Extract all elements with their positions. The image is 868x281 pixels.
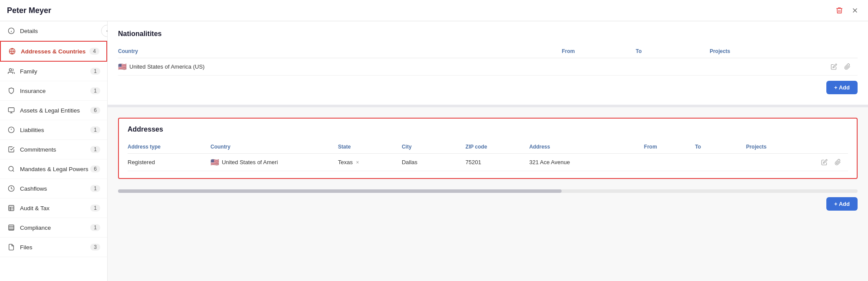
attach-address-button[interactable] (833, 158, 843, 166)
nationalities-table: Country From To Projects 🇺🇸 (118, 45, 858, 76)
address-country-cell: 🇺🇸 United States of Ameri (210, 154, 338, 171)
sidebar-item-mandates[interactable]: Mandates & Legal Powers 6 (0, 159, 107, 179)
edit-address-button[interactable] (819, 158, 829, 166)
row-actions-cell (784, 58, 858, 76)
sidebar-item-badge: 1 (90, 185, 100, 192)
sidebar-item-badge: 1 (90, 224, 100, 231)
sidebar-item-badge: 6 (90, 165, 100, 172)
svg-point-14 (9, 166, 13, 171)
col-address-to: To (695, 140, 746, 154)
sidebar-item-assets-legal[interactable]: Assets & Legal Entities 6 (0, 101, 107, 120)
clear-state-button[interactable]: × (354, 159, 361, 165)
addresses-title: Addresses (128, 126, 848, 133)
col-to: To (636, 45, 710, 58)
country-name: United States of America (US) (129, 63, 204, 70)
globe-icon (8, 47, 16, 56)
addresses-section: Addresses Address type Country State Cit… (118, 118, 858, 179)
address-type: Registered (128, 154, 210, 171)
title-bar: Peter Meyer (0, 0, 868, 21)
sidebar-item-badge: 1 (90, 126, 100, 133)
nationality-from (562, 58, 635, 76)
sidebar-item-family[interactable]: Family 1 (0, 62, 107, 81)
close-button[interactable] (849, 4, 861, 17)
col-address-type: Address type (128, 140, 210, 154)
sidebar-item-badge: 3 (90, 244, 100, 251)
col-projects: Projects (710, 45, 783, 58)
sidebar-item-badge: 1 (90, 68, 100, 75)
flag-icon: 🇺🇸 (118, 63, 127, 71)
sidebar-item-label: Cashflows (20, 185, 90, 192)
sidebar-item-label: Family (20, 68, 90, 75)
col-address-country: Country (210, 140, 338, 154)
sidebar-item-commitments[interactable]: Commitments 1 (0, 140, 107, 159)
sidebar-item-label: Assets & Legal Entities (20, 107, 90, 114)
col-country: Country (118, 45, 562, 58)
insurance-icon (7, 86, 16, 95)
col-address-city: City (402, 140, 466, 154)
sidebar-item-label: Mandates & Legal Powers (20, 166, 90, 172)
addr-row-actions-cell (797, 154, 848, 171)
sidebar-item-badge: 1 (90, 87, 100, 94)
address-to (695, 154, 746, 171)
sidebar-item-label: Commitments (20, 146, 90, 153)
sidebar-item-badge: 1 (90, 205, 100, 212)
attach-button[interactable] (842, 63, 852, 71)
addresses-table: Address type Country State City ZIP code… (128, 140, 848, 171)
svg-line-15 (13, 170, 14, 172)
window-title: Peter Meyer (7, 6, 51, 15)
bottom-bar: + Add (108, 193, 868, 215)
addresses-outer: Addresses Address type Country State Cit… (108, 107, 868, 189)
nationalities-footer: + Add (118, 76, 858, 96)
sidebar-item-label: Audit & Tax (20, 205, 90, 212)
audit-icon (7, 204, 16, 212)
svg-rect-17 (9, 205, 14, 211)
address-projects (746, 154, 797, 171)
cashflows-icon (7, 184, 16, 193)
nationality-projects (710, 58, 783, 76)
address-city: Dallas (402, 154, 466, 171)
flag-icon: 🇺🇸 (210, 158, 219, 166)
scrollbar-thumb (118, 189, 562, 193)
sidebar-item-insurance[interactable]: Insurance 1 (0, 81, 107, 101)
sidebar-item-label: Compliance (20, 225, 90, 231)
main-content: Nationalitites Country From To Projects (108, 21, 868, 281)
sidebar-item-cashflows[interactable]: Cashflows 1 (0, 179, 107, 198)
horizontal-scrollbar[interactable] (118, 189, 858, 193)
address-state-cell: Texas × (338, 154, 402, 171)
col-address-projects: Projects (746, 140, 797, 154)
liabilities-icon (7, 126, 16, 134)
sidebar: ‹ Details Addresses & Countries 4 (0, 21, 108, 281)
nationality-country-cell: 🇺🇸 United States of America (US) (118, 58, 562, 76)
sidebar-item-addresses-countries[interactable]: Addresses & Countries 4 (0, 41, 107, 62)
col-address-zip: ZIP code (466, 140, 529, 154)
address-country-name: United States of Ameri (222, 159, 278, 165)
nationality-to (636, 58, 710, 76)
address-state: Texas (338, 159, 353, 165)
edit-button[interactable] (829, 63, 839, 71)
address-street: 321 Ace Avenue (529, 154, 644, 171)
sidebar-item-label: Liabilities (20, 127, 90, 133)
sidebar-item-details[interactable]: Details (0, 21, 107, 41)
table-row: Registered 🇺🇸 United States of Ameri Tex… (128, 154, 848, 171)
sidebar-item-badge: 1 (90, 146, 100, 153)
sidebar-item-label: Addresses & Countries (21, 48, 89, 55)
col-actions (784, 45, 858, 58)
col-from: From (562, 45, 635, 58)
delete-button[interactable] (833, 4, 845, 17)
add-address-button[interactable]: + Add (826, 197, 858, 211)
add-nationality-button[interactable]: + Add (826, 81, 858, 94)
nationalities-section: Nationalitites Country From To Projects (108, 21, 868, 107)
address-from (644, 154, 695, 171)
table-row: 🇺🇸 United States of America (US) (118, 58, 858, 76)
address-zip: 75201 (466, 154, 529, 171)
col-addr-actions (797, 140, 848, 154)
sidebar-item-compliance[interactable]: Compliance 1 (0, 218, 107, 238)
assets-icon (7, 106, 16, 115)
mandates-icon (7, 165, 16, 173)
title-bar-actions (833, 4, 861, 17)
sidebar-item-files[interactable]: Files 3 (0, 238, 107, 257)
sidebar-item-audit-tax[interactable]: Audit & Tax 1 (0, 198, 107, 218)
files-icon (7, 243, 16, 251)
sidebar-item-badge: 6 (90, 107, 100, 114)
sidebar-item-liabilities[interactable]: Liabilities 1 (0, 120, 107, 140)
